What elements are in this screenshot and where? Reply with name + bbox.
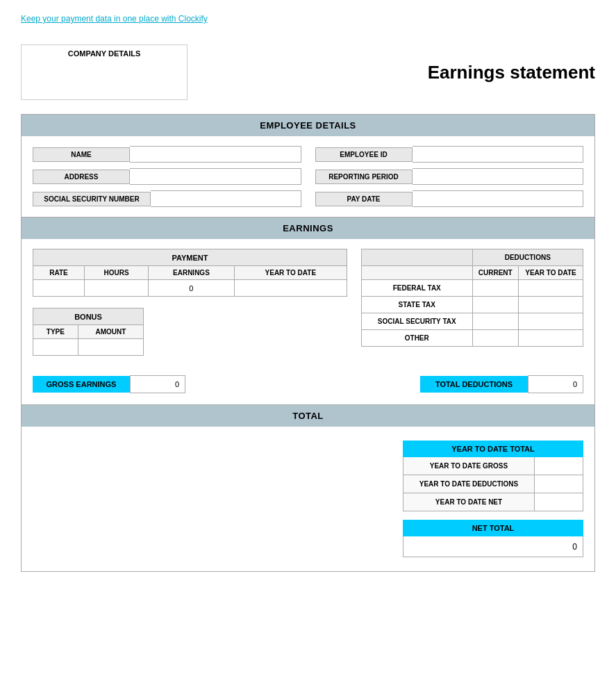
payment-earnings-cell: 0 [149,280,234,297]
right-deductions: DEDUCTIONS CURRENT YEAR TO DATE FEDERAL … [361,249,583,356]
payment-col-earnings: EARNINGS [149,266,234,280]
payment-row: 0 [33,280,347,297]
payment-ytd-cell [234,280,347,297]
earnings-body: PAYMENT RATE HOURS EARNINGS YEAR TO DATE… [22,239,594,365]
social-security-ytd [519,313,583,330]
employee-details-section: EMPLOYEE DETAILS NAME ADDRESS SOCIAL SEC… [21,114,595,217]
total-body: YEAR TO DATE TOTAL YEAR TO DATE GROSS YE… [22,427,594,571]
total-deductions-value: 0 [528,375,583,393]
bonus-table: BONUS TYPE AMOUNT [33,308,144,356]
pay-date-label: PAY DATE [315,192,413,206]
clockify-link[interactable]: Keep your payment data in one place with… [21,14,595,24]
payment-table-header: PAYMENT [33,249,347,266]
company-details-label: COMPANY DETAILS [28,49,180,58]
pay-date-input[interactable] [413,190,584,207]
social-security-tax-label: SOCIAL SECURITY TAX [362,313,473,330]
ytd-deductions-value [535,475,583,493]
total-deductions-label: TOTAL DEDUCTIONS [420,376,528,393]
total-deductions-group: TOTAL DEDUCTIONS 0 [420,375,583,393]
bonus-amount-cell [78,339,143,356]
deductions-table: DEDUCTIONS CURRENT YEAR TO DATE FEDERAL … [361,249,583,347]
social-security-current [472,313,519,330]
payment-table: PAYMENT RATE HOURS EARNINGS YEAR TO DATE… [33,249,347,297]
name-field-row: NAME [33,146,301,163]
gross-earnings-group: GROSS EARNINGS 0 [33,375,185,393]
ssn-field-row: SOCIAL SECURITY NUMBER [33,190,301,207]
header-section: COMPANY DETAILS Earnings statement [21,44,595,100]
payment-hours-cell [85,280,149,297]
bonus-type-cell [33,339,78,356]
payment-col-hours: HOURS [85,266,149,280]
reporting-period-field-row: REPORTING PERIOD [315,168,584,185]
other-ytd [519,330,583,347]
company-details-box: COMPANY DETAILS [21,44,188,100]
deduction-row-social-security: SOCIAL SECURITY TAX [362,313,583,330]
name-label: NAME [33,147,130,162]
ytd-total-header: YEAR TO DATE TOTAL [403,441,583,457]
ytd-net-label: YEAR TO DATE NET [403,493,535,511]
ssn-input[interactable] [151,190,301,207]
ytd-gross-row: YEAR TO DATE GROSS [403,457,583,475]
ytd-deductions-label: YEAR TO DATE DEDUCTIONS [403,475,535,493]
bonus-col-amount: AMOUNT [78,325,143,339]
earnings-statement-title: Earnings statement [428,62,595,83]
employee-id-label: EMPLOYEE ID [315,147,413,162]
reporting-period-input[interactable] [413,168,584,185]
deduction-row-federal: FEDERAL TAX [362,280,583,297]
ytd-net-row: YEAR TO DATE NET [403,493,583,511]
deductions-col-label [362,266,473,280]
payment-col-ytd: YEAR TO DATE [234,266,347,280]
employee-grid: NAME ADDRESS SOCIAL SECURITY NUMBER EMPL… [33,146,583,207]
name-input[interactable] [130,146,301,163]
bonus-col-type: TYPE [33,325,78,339]
reporting-period-label: REPORTING PERIOD [315,170,413,184]
bonus-table-header: BONUS [33,309,144,325]
pay-date-field-row: PAY DATE [315,190,584,207]
ytd-net-value [535,493,583,511]
ytd-deductions-row: YEAR TO DATE DEDUCTIONS [403,475,583,493]
employee-fields-left: NAME ADDRESS SOCIAL SECURITY NUMBER [33,146,301,207]
employee-details-body: NAME ADDRESS SOCIAL SECURITY NUMBER EMPL… [22,136,594,217]
gross-earnings-label: GROSS EARNINGS [33,376,130,393]
left-earnings: PAYMENT RATE HOURS EARNINGS YEAR TO DATE… [33,249,347,356]
ytd-gross-label: YEAR TO DATE GROSS [403,457,535,475]
federal-tax-ytd [519,280,583,297]
net-total-header: NET TOTAL [403,520,583,536]
address-label: ADDRESS [33,170,130,184]
federal-tax-current [472,280,519,297]
deductions-table-header: DEDUCTIONS [472,249,583,266]
address-input[interactable] [130,168,301,185]
ytd-gross-value [535,457,583,475]
payment-rate-cell [33,280,85,297]
deduction-row-state: STATE TAX [362,297,583,313]
net-total-value: 0 [403,536,583,557]
state-tax-label: STATE TAX [362,297,473,313]
total-section: TOTAL YEAR TO DATE TOTAL YEAR TO DATE GR… [21,404,595,572]
employee-id-input[interactable] [413,146,584,163]
bonus-row [33,339,144,356]
employee-details-header: EMPLOYEE DETAILS [22,115,594,136]
other-current [472,330,519,347]
federal-tax-label: FEDERAL TAX [362,280,473,297]
employee-fields-right: EMPLOYEE ID REPORTING PERIOD PAY DATE [315,146,584,207]
totals-bar: GROSS EARNINGS 0 TOTAL DEDUCTIONS 0 [22,375,594,404]
other-label: OTHER [362,330,473,347]
deductions-empty-header [362,249,473,266]
total-header: TOTAL [22,405,594,427]
ytd-total-block: YEAR TO DATE TOTAL YEAR TO DATE GROSS YE… [403,441,583,557]
deduction-row-other: OTHER [362,330,583,347]
deductions-col-current: CURRENT [472,266,519,280]
payment-col-rate: RATE [33,266,85,280]
earnings-section: EARNINGS PAYMENT RATE HOURS EARNINGS YEA… [21,217,595,405]
state-tax-ytd [519,297,583,313]
earnings-header: EARNINGS [22,217,594,239]
ssn-label: SOCIAL SECURITY NUMBER [33,192,151,206]
address-field-row: ADDRESS [33,168,301,185]
gross-earnings-value: 0 [130,375,185,393]
employee-id-field-row: EMPLOYEE ID [315,146,584,163]
deductions-col-ytd: YEAR TO DATE [519,266,583,280]
state-tax-current [472,297,519,313]
